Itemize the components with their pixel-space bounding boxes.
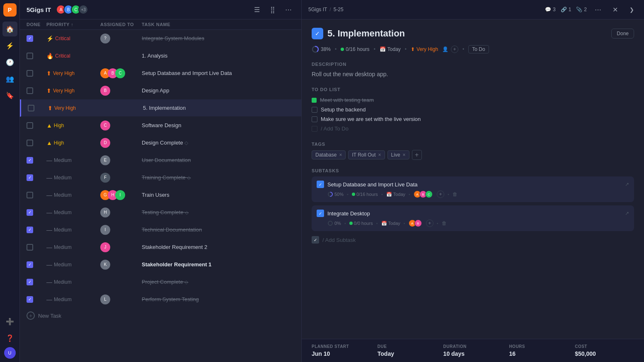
more-options-icon[interactable]: ⋯	[282, 3, 295, 16]
tag-database[interactable]: Database ×	[312, 150, 346, 159]
subtask-external-link-icon[interactable]: ↗	[625, 181, 629, 187]
tag-it-roll-out[interactable]: IT Roll Out ×	[348, 150, 385, 159]
sidebar-add-button[interactable]: ➕	[2, 314, 17, 329]
collapse-button[interactable]: ❯	[626, 4, 637, 15]
link-icon: 🔗	[561, 7, 567, 12]
priority-cell: — Medium	[46, 192, 100, 198]
task-name: Software Design	[142, 122, 295, 128]
task-checkbox[interactable]	[27, 122, 33, 129]
subtask-avatars: A B	[409, 220, 422, 227]
task-checkbox[interactable]	[27, 244, 33, 251]
footer-cost-value: $50,000	[575, 350, 634, 357]
table-row[interactable]: — Medium J Stakeholder Requirement 2	[20, 239, 301, 256]
task-checkbox[interactable]	[27, 192, 33, 198]
task-checkbox[interactable]	[27, 227, 33, 233]
tag-remove-icon[interactable]: ×	[339, 152, 342, 158]
list-item[interactable]: Meet with testing team	[312, 95, 634, 105]
table-row[interactable]: — Medium I Technical Documentation	[20, 221, 301, 239]
list-item[interactable]: Make sure we are set with the live versi…	[312, 114, 634, 124]
task-checkbox[interactable]	[27, 140, 33, 146]
table-row[interactable]: — Medium K Stakeholder Requirement 1	[20, 256, 301, 273]
breadcrumb-project[interactable]: 5Gigs IT	[308, 7, 327, 12]
tag-live[interactable]: Live ×	[387, 150, 409, 159]
sidebar-icon-lightning[interactable]: ⚡	[2, 38, 17, 53]
task-checkbox[interactable]	[27, 209, 33, 216]
table-row[interactable]: ⚡ Critical ? Integrate System Modules	[20, 30, 301, 47]
sidebar-icon-bookmark[interactable]: 🔖	[2, 88, 17, 103]
task-checkbox[interactable]	[27, 70, 33, 77]
priority-label: Critical	[55, 53, 70, 59]
subtask-delete-button[interactable]: 🗑	[453, 191, 458, 197]
breadcrumb-sprint[interactable]: 5-25	[334, 7, 344, 12]
table-row[interactable]: — Medium G H I Train Users	[20, 186, 301, 204]
add-todo-row[interactable]: / Add To Do	[312, 124, 634, 133]
done-button[interactable]: Done	[611, 29, 634, 39]
task-checkbox[interactable]	[27, 296, 33, 303]
sidebar-user-avatar[interactable]: U	[4, 347, 16, 359]
table-row[interactable]: — Medium E User Documentation	[20, 152, 301, 169]
todo-pending-checkbox[interactable]	[312, 107, 317, 113]
subtask-delete-button[interactable]: 🗑	[442, 220, 447, 226]
table-row[interactable]: — Medium L Perform System Testing	[20, 291, 301, 308]
table-row[interactable]: ▲ High D Design Complete ◇	[20, 134, 301, 152]
task-checkbox[interactable]	[27, 279, 33, 285]
table-row[interactable]: ⬆ Very High B Design App	[20, 82, 301, 99]
subtask-icon: ✓	[317, 210, 324, 217]
col-priority[interactable]: PRIORITY ↑	[46, 22, 100, 27]
task-name: Training Complete ◇	[142, 174, 295, 181]
subtask-dot: •	[404, 221, 405, 226]
sidebar-icon-clock[interactable]: 🕐	[2, 55, 17, 70]
priority-cell: ⬆ Very High	[48, 105, 102, 111]
subtask-add-assignee-button[interactable]: +	[426, 220, 433, 227]
table-row[interactable]: — Medium Project Complete ◇	[20, 273, 301, 291]
priority-icon-dash: —	[46, 209, 52, 216]
table-row[interactable]: — Medium F Training Complete ◇	[20, 169, 301, 186]
app-logo[interactable]: P	[3, 3, 17, 17]
task-name: Perform System Testing	[142, 296, 295, 302]
task-checkbox[interactable]	[27, 53, 33, 59]
table-row[interactable]: — Medium H Testing Complete ◇	[20, 204, 301, 221]
priority-item[interactable]: ⬆ Very High	[411, 46, 438, 52]
tag-label: IT Roll Out	[352, 152, 375, 158]
task-avatar: C	[115, 68, 125, 78]
table-row[interactable]: ⬆ Very High A B C Setup Database and Imp…	[20, 65, 301, 82]
add-assignee-button[interactable]: +	[451, 46, 458, 53]
task-checkbox[interactable]	[27, 261, 33, 268]
close-button[interactable]: ✕	[609, 4, 621, 15]
more-options-button[interactable]: ⋯	[592, 3, 604, 16]
subtask-external-link-icon[interactable]: ↗	[625, 210, 629, 216]
view-grid-icon[interactable]: ⣿	[266, 3, 279, 16]
task-checkbox[interactable]	[27, 157, 33, 164]
list-item[interactable]: Setup the backend	[312, 105, 634, 114]
add-task-icon[interactable]: +	[27, 311, 35, 320]
status-badge[interactable]: To Do	[468, 45, 489, 53]
new-task-row[interactable]: + New Task	[20, 308, 301, 323]
priority-cell: — Medium	[46, 227, 100, 233]
table-row[interactable]: ⬆ Very High 5. Implementation	[20, 99, 301, 117]
todo-pending-checkbox[interactable]	[312, 116, 317, 122]
tag-remove-icon[interactable]: ×	[378, 152, 381, 158]
link-count[interactable]: 🔗 1	[561, 7, 571, 12]
subtask-hours-value: 0/16 hours	[356, 192, 378, 197]
comment-count[interactable]: 💬 3	[545, 7, 556, 12]
task-checkbox[interactable]	[27, 35, 33, 42]
priority-label: Medium	[54, 297, 72, 302]
priority-label: Medium	[54, 279, 72, 285]
subtask-progress-value: 0%	[334, 221, 341, 226]
add-subtask-row[interactable]: ✓ / Add Subtask	[312, 234, 634, 245]
table-row[interactable]: ▲ High C Software Design	[20, 117, 301, 134]
subtask-add-assignee-button[interactable]: +	[437, 191, 444, 198]
task-checkbox[interactable]	[27, 174, 33, 181]
priority-label: Very High	[53, 70, 75, 76]
task-checkbox[interactable]	[27, 87, 33, 94]
calendar-icon: 📅	[380, 46, 386, 52]
sidebar-icon-users[interactable]: 👥	[2, 71, 17, 86]
task-checkbox[interactable]	[28, 105, 34, 111]
attachment-count[interactable]: 📎 2	[576, 7, 587, 12]
tag-remove-icon[interactable]: ×	[403, 152, 406, 158]
add-tag-button[interactable]: +	[412, 150, 422, 160]
table-row[interactable]: 🔥 Critical 1. Analysis	[20, 47, 301, 65]
view-list-icon[interactable]: ☰	[251, 3, 263, 16]
sidebar-help-icon[interactable]: ❓	[2, 331, 17, 345]
sidebar-icon-home[interactable]: 🏠	[2, 22, 17, 36]
